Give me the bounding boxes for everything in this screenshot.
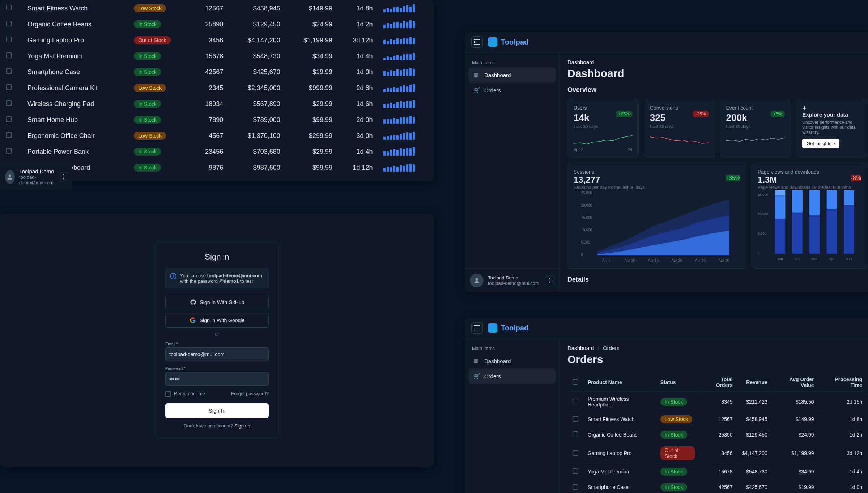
row-checkbox[interactable] bbox=[6, 21, 12, 26]
pct-badge: +5% bbox=[770, 111, 785, 117]
product-name: Yoga Mat Premium bbox=[22, 49, 128, 64]
status-badge: In Stock bbox=[660, 468, 688, 476]
svg-text:15,000: 15,000 bbox=[758, 193, 768, 197]
table-row[interactable]: Yoga Mat Premium In Stock 15678 $548,730… bbox=[568, 464, 867, 479]
row-checkbox[interactable] bbox=[6, 116, 12, 122]
sidebar-item-dashboard[interactable]: ▦ Dashboard bbox=[468, 67, 556, 83]
user-menu-button[interactable]: ⋮ bbox=[545, 276, 554, 285]
sessions-area-chart: 25,000 20,000 15,000 10,000 5,000 0 Apr … bbox=[574, 190, 740, 262]
table-row[interactable]: Smart Home Hub In Stock 7890 $789,000 $9… bbox=[1, 112, 433, 127]
sidebar-item-orders[interactable]: 🛒 Orders bbox=[468, 83, 556, 98]
svg-rect-24 bbox=[792, 213, 803, 254]
overview-header: Overview bbox=[567, 86, 867, 94]
row-checkbox[interactable] bbox=[6, 100, 12, 106]
row-checkbox[interactable] bbox=[6, 84, 12, 90]
dashboard-panel: Toolpad Main items ▦ Dashboard 🛒 Orders … bbox=[465, 32, 868, 292]
table-row[interactable]: Gaming Laptop Pro Out of Stock 3456 $4,1… bbox=[1, 33, 433, 48]
status-badge: Low Stock bbox=[134, 4, 166, 12]
brand[interactable]: Toolpad bbox=[488, 323, 528, 333]
svg-rect-30 bbox=[827, 209, 837, 254]
svg-text:5,000: 5,000 bbox=[758, 231, 766, 235]
row-checkbox[interactable] bbox=[6, 37, 12, 42]
sidebar-item-dashboard[interactable]: ▦ Dashboard bbox=[468, 353, 556, 368]
brand-logo-icon bbox=[488, 37, 497, 47]
row-checkbox[interactable] bbox=[573, 450, 578, 456]
brand-logo-icon bbox=[488, 323, 497, 333]
product-name: Gaming Laptop Pro bbox=[583, 443, 655, 464]
table-row[interactable]: Ergonomic Office Chair Low Stock 4567 $1… bbox=[1, 128, 433, 143]
table-row[interactable]: Gaming Laptop Pro Out of Stock 3456 $4,1… bbox=[568, 443, 867, 464]
row-checkbox[interactable] bbox=[6, 68, 12, 74]
github-signin-button[interactable]: Sign In With GitHub bbox=[165, 295, 269, 309]
pct-badge: -8% bbox=[851, 175, 861, 181]
avatar bbox=[5, 170, 15, 184]
user-menu-button[interactable]: ⋮ bbox=[60, 172, 67, 182]
table-row[interactable]: Organic Coffee Beans In Stock 25890 $129… bbox=[1, 17, 433, 32]
product-name: Yoga Mat Premium bbox=[583, 464, 655, 479]
signup-link[interactable]: Sign up bbox=[234, 423, 250, 429]
status-badge: Low Stock bbox=[134, 84, 166, 92]
pct-badge: +25% bbox=[616, 111, 633, 117]
svg-rect-22 bbox=[775, 195, 786, 219]
svg-text:0: 0 bbox=[758, 250, 760, 254]
brand[interactable]: Toolpad bbox=[488, 37, 528, 47]
svg-text:Apr 15: Apr 15 bbox=[648, 258, 659, 262]
svg-text:Apr 25: Apr 25 bbox=[695, 258, 706, 262]
table-row[interactable]: Professional Camera Kit Low Stock 2345 $… bbox=[1, 80, 433, 96]
menu-toggle-button[interactable] bbox=[471, 36, 483, 48]
svg-text:25,000: 25,000 bbox=[581, 191, 592, 195]
row-checkbox[interactable] bbox=[573, 416, 578, 422]
row-checkbox[interactable] bbox=[573, 431, 578, 437]
sparkline-users bbox=[574, 133, 633, 147]
table-row[interactable]: Premium Wireless Headpho… In Stock 8345 … bbox=[568, 393, 867, 411]
orders-table: Product Name Status Total Orders Revenue… bbox=[567, 372, 867, 493]
table-row[interactable]: Smart Fitness Watch Low Stock 12567 $458… bbox=[568, 412, 867, 427]
table-row[interactable]: Yoga Mat Premium In Stock 15678 $548,730… bbox=[1, 49, 433, 64]
card-conversions: Conversions -25% 325 Last 30 days bbox=[644, 99, 715, 158]
table-row[interactable]: Portable Power Bank In Stock 23456 $703,… bbox=[1, 144, 433, 159]
email-field[interactable] bbox=[165, 347, 269, 361]
table-row[interactable]: Smartphone Case In Stock 42567 $425,670 … bbox=[568, 480, 867, 493]
status-badge: Out of Stock bbox=[660, 446, 695, 460]
row-checkbox[interactable] bbox=[573, 399, 578, 404]
menu-toggle-button[interactable] bbox=[471, 322, 483, 334]
signin-info: i You can use toolpad-demo@mui.com with … bbox=[165, 268, 269, 288]
sidebar-header: Main items bbox=[468, 58, 556, 67]
table-row[interactable]: Wireless Charging Pad In Stock 18934 $56… bbox=[1, 96, 433, 111]
status-badge: In Stock bbox=[134, 148, 161, 156]
breadcrumb: Dashboard / Orders bbox=[567, 345, 867, 351]
row-checkbox[interactable] bbox=[6, 132, 12, 138]
remember-checkbox[interactable] bbox=[165, 391, 171, 397]
signin-divider: or bbox=[165, 331, 269, 337]
svg-text:Apr 20: Apr 20 bbox=[672, 258, 682, 262]
trend-sparkbar bbox=[383, 68, 428, 76]
remember-me[interactable]: Remember me bbox=[165, 391, 205, 397]
dashboard-main: Dashboard Dashboard Overview Users +25% … bbox=[559, 52, 868, 290]
row-checkbox[interactable] bbox=[6, 52, 12, 58]
get-insights-button[interactable]: Get insights› bbox=[802, 139, 839, 148]
sidebar-item-orders[interactable]: 🛒 Orders bbox=[468, 368, 556, 384]
product-name: Smartphone Case bbox=[22, 64, 128, 80]
row-checkbox[interactable] bbox=[6, 148, 12, 154]
table-row[interactable]: Smartphone Case In Stock 42567 $425,670 … bbox=[1, 64, 433, 80]
status-badge: In Stock bbox=[134, 164, 161, 172]
row-checkbox[interactable] bbox=[573, 468, 578, 474]
svg-text:10,000: 10,000 bbox=[581, 228, 592, 232]
table-row[interactable]: Smart Fitness Watch Low Stock 12567 $458… bbox=[1, 1, 433, 16]
status-badge: In Stock bbox=[660, 483, 688, 491]
user-email: toolpad-demo@mui.com bbox=[19, 174, 56, 185]
signin-submit-button[interactable]: Sign In bbox=[165, 403, 269, 418]
status-badge: In Stock bbox=[134, 20, 161, 28]
row-checkbox[interactable] bbox=[6, 5, 12, 10]
table-row[interactable]: Organic Coffee Beans In Stock 25890 $129… bbox=[568, 427, 867, 442]
password-field[interactable] bbox=[165, 372, 269, 386]
status-badge: In Stock bbox=[134, 100, 161, 108]
svg-rect-28 bbox=[809, 190, 820, 215]
breadcrumb: Dashboard bbox=[567, 59, 867, 65]
page-title: Orders bbox=[567, 353, 867, 366]
select-all-checkbox[interactable] bbox=[573, 379, 578, 385]
google-signin-button[interactable]: Sign In With Google bbox=[165, 313, 269, 328]
forgot-password-link[interactable]: Forgot password? bbox=[231, 391, 269, 396]
row-checkbox[interactable] bbox=[573, 484, 578, 490]
user-name: Toolpad Demo bbox=[488, 275, 539, 281]
